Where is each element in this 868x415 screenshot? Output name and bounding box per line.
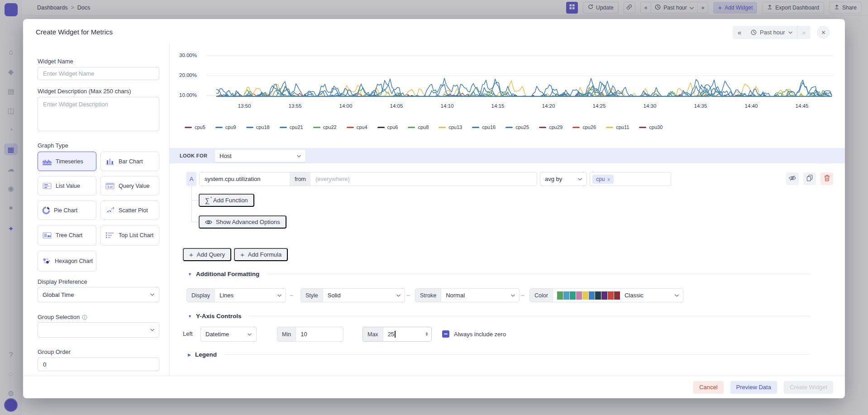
legend-item-cpu22[interactable]: cpu22 <box>313 124 337 130</box>
legend-label: cpu16 <box>482 124 496 130</box>
graph-type-tree-chart[interactable]: Tree Chart <box>38 225 96 246</box>
scope-input[interactable] <box>310 172 537 186</box>
group-by-input[interactable]: cpu x <box>590 172 671 186</box>
graph-type-label: Pie Chart <box>54 207 77 214</box>
legend-item-cpu26[interactable]: cpu26 <box>572 124 596 130</box>
add-function-button[interactable]: ∑+ Add Function <box>199 194 254 207</box>
palette-swatch <box>601 291 607 300</box>
stroke-select[interactable]: Stroke Normal <box>415 288 520 302</box>
display-select[interactable]: Display Lines <box>186 288 286 302</box>
widget-name-input[interactable] <box>38 67 159 80</box>
display-preference-select[interactable]: Global Time <box>38 287 159 302</box>
metric-input[interactable] <box>200 172 290 186</box>
graph-type-scatter-plot[interactable]: Scatter Plot <box>100 200 159 220</box>
show-advanced-options-button[interactable]: Show Advanced Options <box>199 215 286 229</box>
graph-type-label: Tree Chart <box>56 232 82 239</box>
query-letter-badge[interactable]: A <box>186 172 196 186</box>
display-label: Display <box>187 289 215 302</box>
graph-type-label: Top List Chart <box>119 232 153 239</box>
legend-label: cpu30 <box>649 124 663 130</box>
graph-type-grid: TimeseriesBar ChartList Value5.12Query V… <box>38 152 159 272</box>
cancel-button[interactable]: Cancel <box>693 381 723 394</box>
legend-swatch <box>313 127 320 128</box>
x-tick-label: 14:00 <box>330 103 362 109</box>
legend-item-cpu18[interactable]: cpu18 <box>246 124 270 130</box>
plus-icon: + <box>189 251 193 258</box>
min-label: Min <box>277 327 296 341</box>
clone-query-button[interactable] <box>803 172 816 185</box>
legend-item-cpu21[interactable]: cpu21 <box>280 124 303 130</box>
graph-type-pie-chart[interactable]: Pie Chart <box>38 200 96 220</box>
collapse-triangle-icon: ▼ <box>188 314 192 319</box>
max-label: Max <box>363 327 383 341</box>
legend-item-cpu8[interactable]: cpu8 <box>408 124 429 130</box>
eye-icon <box>205 219 212 225</box>
legend-item-cpu25[interactable]: cpu25 <box>506 124 529 130</box>
hide-query-button[interactable] <box>786 172 799 185</box>
step-down-icon[interactable]: ▼ <box>425 334 429 337</box>
look-for-select[interactable]: Host <box>215 150 305 162</box>
legend-item-cpu6[interactable]: cpu6 <box>377 124 398 130</box>
legend-item-cpu16[interactable]: cpu16 <box>472 124 496 130</box>
max-input[interactable]: 25 <box>383 331 400 338</box>
graph-type-label: Hexagon Chart <box>55 258 93 264</box>
create-widget-modal: Create Widget for Metrics « Past hour » … <box>23 19 845 398</box>
always-include-zero-checkbox[interactable] <box>442 330 449 338</box>
scatter-plot-icon <box>105 207 115 214</box>
from-label: from <box>290 172 310 186</box>
graph-type-query-value[interactable]: 5.12Query Value <box>100 176 159 196</box>
palette-swatch <box>563 291 569 300</box>
legend-item-cpu9[interactable]: cpu9 <box>215 124 236 130</box>
min-input[interactable]: 10 <box>296 331 343 338</box>
additional-formatting-section[interactable]: ▼ Additional Formatting <box>188 271 810 277</box>
legend-item-cpu29[interactable]: cpu29 <box>539 124 563 130</box>
preview-data-button[interactable]: Preview Data <box>730 381 777 394</box>
bar-chart-icon <box>105 158 115 165</box>
legend-label: cpu25 <box>515 124 529 130</box>
x-tick-label: 14:15 <box>482 103 514 109</box>
delete-query-button[interactable] <box>820 172 833 185</box>
add-formula-button[interactable]: + Add Formula <box>234 248 288 261</box>
graph-type-label: Scatter Plot <box>119 207 148 214</box>
query-value-icon: 5.12 <box>105 182 115 190</box>
legend-item-cpu11[interactable]: cpu11 <box>606 124 629 130</box>
legend-label: cpu13 <box>448 124 462 130</box>
legend-swatch <box>215 127 223 128</box>
y-axis-controls-section[interactable]: ▼ Y-Axis Controls <box>188 313 810 320</box>
legend-swatch <box>347 127 354 128</box>
add-query-button[interactable]: + Add Query <box>183 248 231 261</box>
plus-icon: + <box>240 251 244 258</box>
graph-type-list-value[interactable]: List Value <box>38 176 96 196</box>
group-selection-select[interactable] <box>38 322 159 338</box>
graph-type-hexagon-chart[interactable]: Hexagon Chart <box>38 251 96 272</box>
legend-label: cpu8 <box>418 124 429 130</box>
legend-item-cpu4[interactable]: cpu4 <box>347 124 367 130</box>
legend-swatch <box>246 127 253 128</box>
color-palette-select[interactable]: Color Classic <box>529 288 683 302</box>
pie-chart-icon <box>42 206 50 215</box>
graph-type-top-list-chart[interactable]: Top List Chart <box>100 225 159 246</box>
legend-swatch <box>606 127 613 128</box>
max-stepper[interactable]: ▲▼ <box>425 332 429 337</box>
graph-type-bar-chart[interactable]: Bar Chart <box>100 152 159 171</box>
remove-tag-icon[interactable]: x <box>607 176 610 182</box>
legend-swatch <box>639 127 646 128</box>
style-select[interactable]: Style Solid <box>300 288 405 302</box>
legend-section[interactable]: ▶ Legend <box>188 351 810 358</box>
y-axis-scale-select[interactable]: Datetime <box>200 327 257 342</box>
aggregation-select[interactable]: avg by <box>540 172 587 186</box>
timeseries-preview-chart[interactable] <box>207 37 833 110</box>
group-order-input[interactable] <box>38 358 159 371</box>
modal-footer: Cancel Preview Data Create Widget <box>23 376 845 398</box>
x-tick-label: 14:05 <box>381 103 412 109</box>
legend-item-cpu5[interactable]: cpu5 <box>185 124 205 130</box>
legend-item-cpu13[interactable]: cpu13 <box>439 124 462 130</box>
create-widget-button[interactable]: Create Widget <box>784 381 833 394</box>
copy-icon <box>806 175 813 183</box>
widget-description-input[interactable] <box>38 97 159 131</box>
palette-swatch <box>576 291 582 300</box>
modal-title: Create Widget for Metrics <box>36 28 113 36</box>
graph-type-timeseries[interactable]: Timeseries <box>38 152 96 171</box>
legend-item-cpu30[interactable]: cpu30 <box>639 124 663 130</box>
chevron-down-icon <box>788 31 792 34</box>
